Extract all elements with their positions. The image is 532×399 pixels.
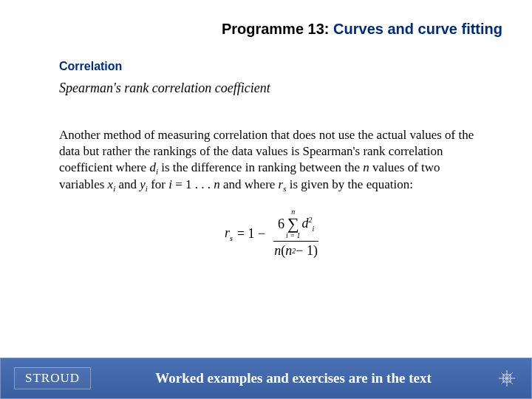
slide-footer: STROUD Worked examples and exercises are… xyxy=(0,358,532,399)
formula-denom-tail: − 1) xyxy=(296,243,318,259)
body-text: for xyxy=(148,177,168,191)
formula-six: 6 xyxy=(278,216,284,232)
body-text: and where xyxy=(220,177,279,191)
sigma-block: n ∑ i = 1 xyxy=(286,208,301,239)
var-d: d xyxy=(149,160,156,174)
sigma-icon: ∑ xyxy=(287,216,299,232)
formula-r: r xyxy=(225,225,230,240)
formula-d-sub: i xyxy=(312,225,314,233)
content-area: Correlation Spearman's rank correlation … xyxy=(0,38,532,260)
subsection-heading: Spearman's rank correlation coefficient xyxy=(59,81,488,96)
decoration-icon xyxy=(496,367,518,389)
body-paragraph: Another method of measuring correlation … xyxy=(59,127,488,194)
formula-r-sub: s xyxy=(230,234,233,242)
footer-text: Worked examples and exercises are in the… xyxy=(91,370,496,386)
formula-container: rs = 1 − 6 n ∑ i = 1 d2i n(n2 − 1) xyxy=(59,207,488,260)
brand-badge: STROUD xyxy=(14,367,91,389)
formula-n: n xyxy=(285,243,292,259)
fraction-numerator: 6 n ∑ i = 1 d2i xyxy=(273,207,318,242)
formula-n: n xyxy=(274,243,281,259)
var-n: n xyxy=(214,177,220,191)
spearman-formula: rs = 1 − 6 n ∑ i = 1 d2i n(n2 − 1) xyxy=(225,207,322,260)
var-y: y xyxy=(140,177,146,191)
var-n: n xyxy=(363,160,369,174)
body-text: is given by the equation: xyxy=(287,177,413,191)
sigma-lower: i = 1 xyxy=(286,232,301,239)
formula-fraction: 6 n ∑ i = 1 d2i n(n2 − 1) xyxy=(270,207,322,260)
programme-number: Programme 13: xyxy=(222,21,330,37)
body-text: = 1 . . . xyxy=(172,177,214,191)
section-heading: Correlation xyxy=(59,60,488,73)
body-text: is the difference in ranking between the xyxy=(158,160,363,174)
formula-d-sup: 2 xyxy=(308,216,312,224)
fraction-denominator: n(n2 − 1) xyxy=(270,242,322,260)
programme-title: Curves and curve fitting xyxy=(333,21,502,37)
body-text: and xyxy=(115,177,140,191)
formula-equals: = 1 − xyxy=(237,226,265,242)
slide-header: Programme 13: Curves and curve fitting xyxy=(0,0,532,38)
